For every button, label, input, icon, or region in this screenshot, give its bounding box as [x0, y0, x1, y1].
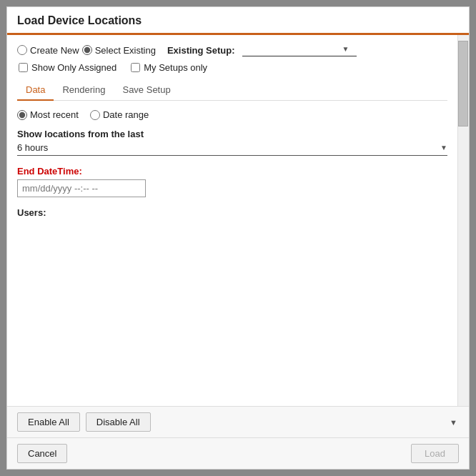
- show-only-assigned-label: Show Only Assigned: [31, 62, 116, 73]
- create-new-label: Create New: [30, 45, 79, 56]
- footer-bottom: Cancel Load: [7, 438, 469, 469]
- date-range-label: Date range: [103, 109, 149, 120]
- footer-top: Enable All Disable All ▼: [7, 407, 469, 438]
- setup-row: Create New Select Existing Existing Setu…: [17, 44, 447, 56]
- date-mode-row: Most recent Date range: [17, 109, 447, 120]
- existing-setup-label: Existing Setup:: [167, 45, 235, 56]
- dialog-body: Create New Select Existing Existing Setu…: [7, 35, 469, 406]
- my-setups-only-checkbox-label[interactable]: My Setups only: [131, 62, 207, 73]
- scrollbar-thumb[interactable]: [458, 41, 468, 127]
- dialog-title: Load Device Locations: [7, 7, 469, 35]
- scrollbar[interactable]: [457, 35, 469, 406]
- tab-data[interactable]: Data: [17, 80, 54, 101]
- cancel-button[interactable]: Cancel: [17, 444, 67, 463]
- end-datetime-label: End DateTime:: [17, 166, 447, 177]
- most-recent-radio[interactable]: [17, 110, 27, 120]
- dialog-content: Create New Select Existing Existing Setu…: [7, 35, 457, 406]
- show-only-assigned-checkbox[interactable]: [19, 63, 28, 72]
- users-label: Users:: [17, 207, 447, 218]
- footer-dropdown-arrow: ▼: [450, 418, 459, 427]
- select-existing-radio[interactable]: [82, 45, 92, 55]
- tabs-row: Data Rendering Save Setup: [17, 80, 447, 101]
- tab-save-setup[interactable]: Save Setup: [114, 80, 179, 101]
- show-locations-dropdown[interactable]: 6 hours 12 hours 1 day 2 days 1 week: [17, 142, 440, 153]
- checkboxes-row: Show Only Assigned My Setups only: [19, 62, 447, 73]
- my-setups-only-checkbox[interactable]: [131, 63, 140, 72]
- select-existing-radio-label[interactable]: Select Existing: [82, 45, 156, 56]
- load-button[interactable]: Load: [411, 444, 459, 463]
- my-setups-only-label: My Setups only: [144, 62, 207, 73]
- most-recent-label: Most recent: [30, 109, 79, 120]
- select-existing-label: Select Existing: [95, 45, 156, 56]
- create-new-radio[interactable]: [17, 45, 27, 55]
- date-range-radio-label[interactable]: Date range: [90, 109, 149, 120]
- most-recent-radio-label[interactable]: Most recent: [17, 109, 79, 120]
- create-new-radio-label[interactable]: Create New: [17, 45, 79, 56]
- tab-rendering[interactable]: Rendering: [54, 80, 114, 101]
- show-locations-dropdown-wrapper: 6 hours 12 hours 1 day 2 days 1 week ▼: [17, 142, 447, 156]
- load-device-locations-dialog: Load Device Locations Create New Select …: [6, 6, 470, 470]
- show-locations-dropdown-arrow: ▼: [440, 144, 447, 152]
- date-range-radio[interactable]: [90, 110, 100, 120]
- disable-all-button[interactable]: Disable All: [86, 412, 151, 432]
- dialog-footer: Enable All Disable All ▼ Cancel Load: [7, 406, 469, 469]
- show-only-assigned-checkbox-label[interactable]: Show Only Assigned: [19, 62, 116, 73]
- existing-setup-dropdown[interactable]: [242, 44, 342, 54]
- existing-setup-select-wrapper: ▼: [242, 44, 357, 56]
- enable-all-button[interactable]: Enable All: [17, 412, 80, 432]
- existing-setup-dropdown-arrow: ▼: [342, 45, 349, 53]
- end-datetime-input[interactable]: [17, 179, 146, 197]
- show-locations-label: Show locations from the last: [17, 129, 447, 139]
